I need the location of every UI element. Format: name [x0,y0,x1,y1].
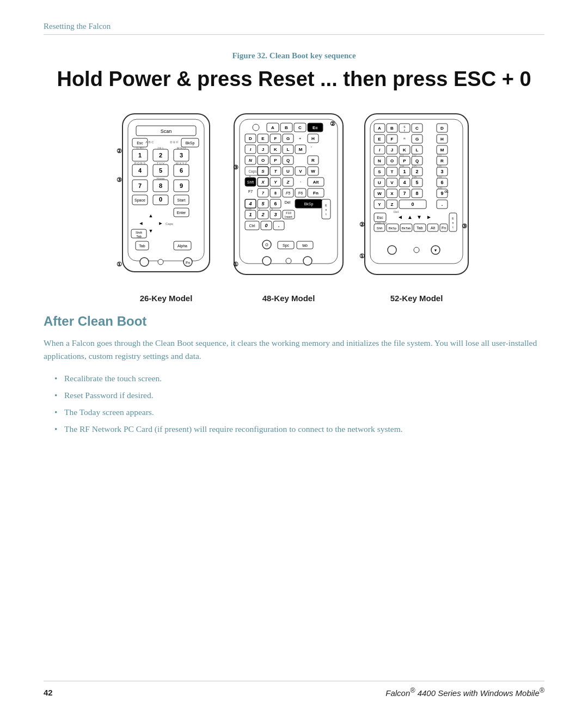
svg-text:1: 1 [403,169,406,174]
svg-text:O: O [261,158,265,163]
svg-text:Esc: Esc [377,216,383,219]
svg-text:▼: ▼ [149,228,154,234]
svg-text:Space: Space [134,198,145,203]
bullet-item-4: The RF Network PC Card (if present) will… [54,423,544,436]
svg-text:J K L: J K L [157,147,164,150]
svg-text:6: 6 [180,167,183,174]
svg-text:F16: F16 [437,165,442,168]
svg-text:5: 5 [415,180,418,185]
svg-text:P: P [403,158,406,163]
svg-text:Alt: Alt [431,226,435,230]
svg-text:G H I: G H I [137,147,144,150]
footer-page-number: 42 [44,688,53,697]
svg-text:R: R [311,158,315,163]
svg-text:+: + [299,136,302,141]
svg-text:W X Y Z: W X Y Z [176,162,187,165]
svg-text:X: X [390,191,394,196]
svg-text:4: 4 [248,201,252,206]
section-heading: After Clean Boot [44,314,544,329]
svg-text:C: C [415,126,419,131]
svg-text:Ec: Ec [313,125,318,130]
svg-text:F5: F5 [286,191,290,195]
keyboard-48-wrapper: A B C Ec ② D E F G H + [226,108,351,303]
svg-text:③: ③ [462,223,467,229]
svg-text:Home: Home [157,177,165,180]
svg-text:O: O [265,243,268,247]
svg-text:C: C [298,125,302,130]
bullet-item-2: Reset Password if desired. [54,389,544,402]
svg-text:◄: ◄ [397,214,403,220]
svg-text:R: R [440,158,444,163]
svg-point-55 [140,258,149,266]
svg-text:F10: F10 [286,211,291,215]
svg-text:F: F [391,137,394,142]
svg-text:F1@: F1@ [246,208,252,211]
svg-text:F20: F20 [438,187,442,190]
svg-text:V: V [299,169,302,174]
svg-text:Tab: Tab [416,226,422,230]
svg-text:4: 4 [403,180,406,185]
svg-text:BkTab: BkTab [402,227,411,230]
svg-text:P Q R S: P Q R S [134,162,145,165]
svg-text:6: 6 [274,201,277,206]
svg-text:7: 7 [403,191,406,196]
keyboard-52-wrapper: A B S c C D E F G H n [357,108,476,303]
svg-text:T U V: T U V [157,162,164,165]
svg-text:,: , [300,178,301,183]
svg-text:Caps: Caps [248,169,257,174]
svg-text:2: 2 [159,152,162,158]
figure-caption: Figure 32. Clean Boot key sequence [44,51,544,60]
svg-text:9: 9 [440,191,443,196]
svg-text:W: W [311,169,315,174]
svg-text:Caps: Caps [166,222,173,225]
svg-text:n: n [403,137,405,140]
svg-text:▲: ▲ [407,214,413,220]
svg-text:0: 0 [265,223,267,228]
svg-text:V: V [390,180,394,185]
keyboard-48-label: 48-Key Model [262,294,315,303]
svg-text:Tab: Tab [139,244,145,248]
svg-text:Fn: Fn [313,191,318,196]
keyboard-26-label: 26-Key Model [140,294,193,303]
svg-text:Shft: Shft [377,227,383,230]
svg-text:D E F: D E F [170,141,179,144]
svg-text:►: ► [158,221,163,226]
svg-text:.: . [442,202,443,207]
svg-text:tab: tab [302,243,308,247]
svg-text:': ' [311,146,311,150]
svg-text:L: L [416,148,419,152]
bullet-item-1: Recalibrate the touch screen. [54,372,544,386]
svg-text:Shift: Shift [136,231,142,234]
svg-text:T: T [391,169,394,174]
svg-text:8: 8 [159,182,162,189]
section-text: When a Falcon goes through the Clean Boo… [44,337,544,364]
svg-text:▼: ▼ [416,214,422,220]
svg-text:dc: dc [444,190,449,193]
svg-text:J: J [391,148,393,152]
svg-text:F15: F15 [412,165,416,168]
svg-text:1: 1 [249,212,252,217]
svg-text:D: D [440,126,444,131]
svg-text:▼: ▼ [434,248,438,252]
svg-text:③: ③ [117,176,122,183]
svg-text:F12: F12 [412,154,416,157]
svg-text:3: 3 [180,152,183,158]
svg-text:S: S [261,169,265,174]
svg-text:◄: ◄ [139,221,144,226]
svg-text:②: ② [330,120,335,127]
svg-text:Alt: Alt [313,180,319,185]
keyboard-52-label: 52-Key Model [390,294,443,303]
svg-text:③: ③ [233,164,238,170]
svg-text:M N O: M N O [177,147,186,150]
svg-text:A: A [378,126,381,131]
svg-text:1: 1 [138,152,142,158]
svg-text:A: A [271,125,274,130]
svg-text:Q: Q [415,158,419,163]
top-divider [44,34,544,35]
svg-text:O: O [390,158,394,163]
page-footer: 42 Falcon® 4400 Series with Windows Mobi… [44,681,544,698]
svg-text:n: n [452,221,454,224]
svg-text:BkSp: BkSp [186,141,195,145]
svg-text:9: 9 [180,182,183,189]
svg-text:P: P [274,158,277,163]
